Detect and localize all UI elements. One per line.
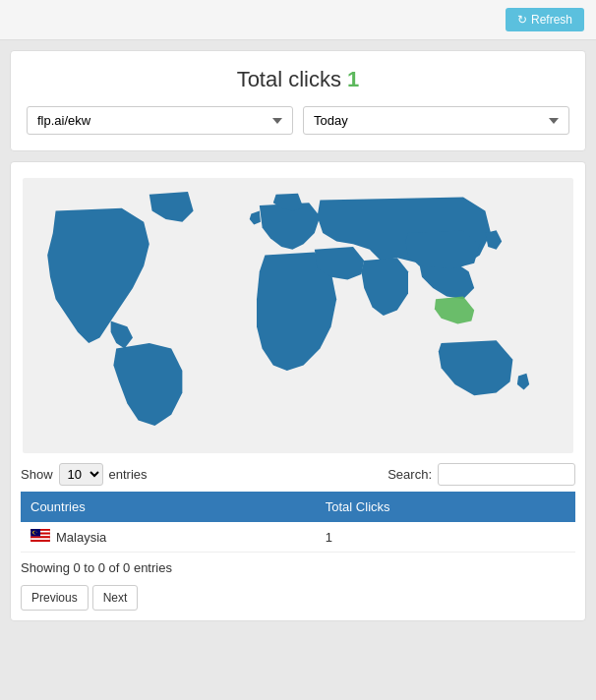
- map-card: Show 10 entries Search: Countries Total …: [10, 161, 586, 621]
- url-select[interactable]: flp.ai/ekw: [27, 106, 293, 135]
- country-cell: Malaysia: [21, 522, 316, 553]
- world-map: [21, 178, 575, 453]
- country-name: Malaysia: [56, 530, 106, 545]
- clicks-cell: 1: [316, 522, 575, 553]
- previous-button[interactable]: Previous: [21, 585, 89, 611]
- table-row: Malaysia1: [21, 522, 575, 553]
- pagination: Previous Next: [21, 585, 575, 611]
- stats-card: Total clicks 1 flp.ai/ekw Today: [10, 50, 586, 151]
- refresh-label: Refresh: [531, 13, 572, 27]
- top-bar: ↻ Refresh: [0, 0, 596, 40]
- next-button[interactable]: Next: [92, 585, 139, 611]
- show-label: Show: [21, 467, 53, 482]
- col-countries: Countries: [21, 492, 316, 522]
- entries-label: entries: [109, 467, 148, 482]
- search-label: Search:: [387, 467, 432, 482]
- col-total-clicks: Total Clicks: [316, 492, 575, 522]
- search-input[interactable]: [438, 463, 575, 486]
- svg-point-11: [33, 531, 36, 534]
- table-controls: Show 10 entries Search:: [21, 463, 575, 486]
- show-entries: Show 10 entries: [21, 463, 148, 486]
- data-table: Countries Total Clicks Malaysia1: [21, 492, 575, 553]
- map-svg: [21, 178, 575, 453]
- showing-info: Showing 0 to 0 of 0 entries: [21, 560, 575, 575]
- page-title: Total clicks 1: [27, 67, 569, 92]
- svg-rect-6: [30, 536, 50, 538]
- svg-rect-8: [30, 540, 50, 542]
- flag-icon: [30, 529, 50, 545]
- search-box: Search:: [387, 463, 575, 486]
- entries-select[interactable]: 10: [59, 463, 103, 486]
- title-text: Total clicks: [237, 67, 341, 91]
- refresh-button[interactable]: ↻ Refresh: [506, 8, 584, 31]
- refresh-icon: ↻: [517, 13, 527, 27]
- filters-row: flp.ai/ekw Today: [27, 106, 569, 135]
- total-count: 1: [347, 67, 359, 91]
- table-header-row: Countries Total Clicks: [21, 492, 575, 522]
- period-select[interactable]: Today: [303, 106, 569, 135]
- svg-rect-7: [30, 538, 50, 540]
